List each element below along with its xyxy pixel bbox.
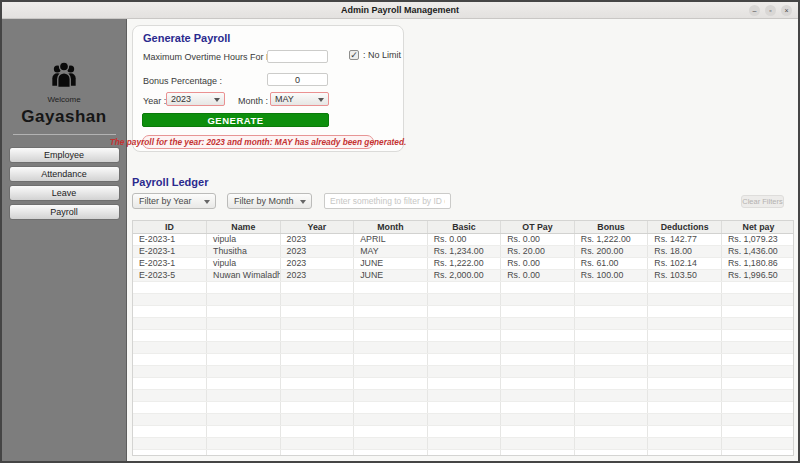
status-message-pill: The payroll for the year: 2023 and month… [142,135,374,149]
table-cell-empty [354,353,428,365]
table-cell: E-2023-1 [133,233,207,245]
table-cell-empty [280,293,354,305]
sidebar-item-attendance[interactable]: Attendance [9,166,120,182]
table-cell-empty [721,377,794,389]
table-cell: JUNE [354,269,428,281]
table-row-empty [133,425,794,437]
table-cell-empty [648,353,722,365]
table-cell-empty [207,401,281,413]
table-row[interactable]: E-2023-1Thusitha2023MAYRs. 1,234.00Rs. 2… [133,245,794,257]
payroll-ledger-title: Payroll Ledger [132,176,208,188]
table-cell-empty [354,305,428,317]
table-cell: Rs. 102.14 [648,257,722,269]
table-cell-empty [574,329,648,341]
sidebar-item-payroll[interactable]: Payroll [9,204,120,220]
table-cell-empty [207,293,281,305]
sidebar-item-leave[interactable]: Leave [9,185,120,201]
month-select[interactable]: MAY [270,92,329,106]
table-cell-empty [501,329,575,341]
table-cell: Rs. 0.00 [501,233,575,245]
minimize-icon[interactable]: – [749,5,760,16]
column-header[interactable]: OT Pay [501,221,575,233]
table-row-empty [133,293,794,305]
table-cell-empty [133,317,207,329]
bonus-percentage-input[interactable] [267,73,328,86]
sidebar-item-employee[interactable]: Employee [9,147,120,163]
table-cell-empty [427,437,501,449]
table-row[interactable]: E-2023-1vipula2023JUNERs. 1,222.00Rs. 0.… [133,257,794,269]
column-header[interactable]: Year [280,221,354,233]
table-cell-empty [133,389,207,401]
table-cell-empty [574,305,648,317]
table-cell-empty [574,425,648,437]
table-cell-empty [354,401,428,413]
table-cell-empty [501,281,575,293]
table-cell-empty [648,389,722,401]
table-cell-empty [574,449,648,456]
column-header[interactable]: Bonus [574,221,648,233]
ledger-search-input[interactable] [324,193,451,209]
column-header[interactable]: Name [207,221,281,233]
table-cell-empty [501,401,575,413]
column-header[interactable]: Basic [427,221,501,233]
table-cell-empty [427,365,501,377]
table-cell: vipula [207,257,281,269]
table-cell-empty [133,449,207,456]
table-cell-empty [501,425,575,437]
month-label: Month : [238,96,268,106]
table-cell: JUNE [354,257,428,269]
table-row[interactable]: E-2023-1vipula2023APRILRs. 0.00Rs. 0.00R… [133,233,794,245]
table-cell: Rs. 1,079.23 [721,233,794,245]
maximize-icon[interactable]: ▫ [765,5,776,16]
close-icon[interactable]: × [781,5,792,16]
table-cell-empty [280,353,354,365]
table-cell-empty [427,329,501,341]
max-overtime-input[interactable] [267,50,328,63]
table-cell-empty [427,317,501,329]
chevron-down-icon [318,98,324,102]
table-row-empty [133,401,794,413]
table-cell-empty [501,449,575,456]
filter-by-month-select[interactable]: Filter by Month [227,193,312,209]
column-header[interactable]: Month [354,221,428,233]
table-cell-empty [133,329,207,341]
table-cell-empty [354,425,428,437]
table-cell-empty [721,365,794,377]
username-label: Gayashan [21,107,106,127]
table-cell-empty [721,437,794,449]
year-select[interactable]: 2023 [166,92,225,106]
table-cell: Rs. 0.00 [427,233,501,245]
main-content: Generate Payroll Maximum Overtime Hours … [127,19,798,461]
table-cell-empty [427,425,501,437]
table-cell-empty [280,437,354,449]
filter-by-year-select[interactable]: Filter by Year [132,193,216,209]
clear-filters-button[interactable]: Clear Filters [741,195,784,208]
table-cell: Rs. 1,180.86 [721,257,794,269]
table-row-empty [133,365,794,377]
table-cell-empty [574,341,648,353]
table-cell-empty [648,341,722,353]
generate-button[interactable]: GENERATE [142,113,329,127]
column-header[interactable]: ID [133,221,207,233]
table-cell-empty [574,353,648,365]
table-cell: Rs. 1,436.00 [721,245,794,257]
sidebar: Welcome Gayashan EmployeeAttendanceLeave… [2,19,127,461]
table-cell-empty [574,281,648,293]
column-header[interactable]: Net pay [721,221,794,233]
generate-payroll-title: Generate Payroll [143,32,230,44]
table-cell-empty [207,377,281,389]
table-row-empty [133,281,794,293]
table-row[interactable]: E-2023-5Nuwan Wimaladharma2023JUNERs. 2,… [133,269,794,281]
no-limit-checkbox[interactable]: ✓ [349,50,359,60]
year-label: Year : [143,96,166,106]
bonus-percentage-label: Bonus Percentage : [143,76,222,86]
table-row-empty [133,389,794,401]
table-cell-empty [280,449,354,456]
table-cell-empty [354,377,428,389]
table-cell-empty [574,365,648,377]
table-cell: E-2023-1 [133,257,207,269]
table-cell: Nuwan Wimaladharma [207,269,281,281]
column-header[interactable]: Deductions [648,221,722,233]
table-cell-empty [501,365,575,377]
table-cell: Rs. 1,234.00 [427,245,501,257]
